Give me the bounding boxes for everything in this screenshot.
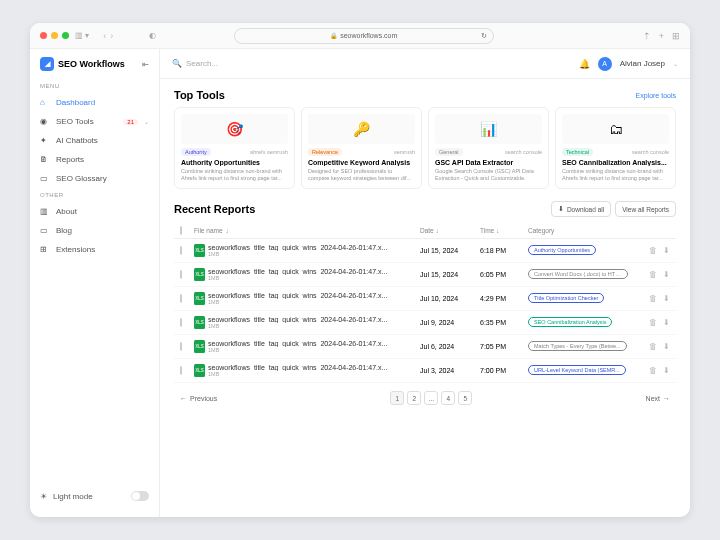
- sidebar-toggle-icon[interactable]: ▥ ▾: [75, 31, 89, 40]
- traffic-lights[interactable]: [40, 32, 69, 39]
- row-checkbox[interactable]: [180, 366, 182, 375]
- share-icon[interactable]: ⇡: [643, 31, 651, 41]
- delete-icon[interactable]: 🗑: [649, 246, 657, 255]
- tool-source: ahrefs semrush: [250, 149, 288, 155]
- tool-card[interactable]: 📊Generalsearch consoleGSC API Data Extra…: [428, 107, 549, 189]
- page-4[interactable]: 4: [441, 391, 455, 405]
- sidebar-item-reports[interactable]: 🗎Reports: [30, 150, 159, 169]
- nav-icon: ▭: [40, 226, 50, 235]
- other-label: OTHER: [30, 188, 159, 202]
- delete-icon[interactable]: 🗑: [649, 318, 657, 327]
- table-row: XLSseoworkflows_title_tag_quick_wins_202…: [174, 263, 676, 287]
- download-icon[interactable]: ⬇: [663, 366, 670, 375]
- next-button[interactable]: Next →: [646, 395, 670, 402]
- nav-icon: ⌂: [40, 98, 50, 107]
- page-2[interactable]: 2: [407, 391, 421, 405]
- collapse-icon[interactable]: ⇤: [142, 60, 149, 69]
- col-category[interactable]: Category: [528, 227, 554, 234]
- tool-source: search console: [505, 149, 542, 155]
- forward-icon[interactable]: ›: [110, 31, 113, 41]
- row-checkbox[interactable]: [180, 270, 182, 279]
- download-all-button[interactable]: ⬇ Download all: [551, 201, 611, 217]
- delete-icon[interactable]: 🗑: [649, 366, 657, 375]
- delete-icon[interactable]: 🗑: [649, 270, 657, 279]
- shield-icon[interactable]: ◐: [149, 31, 156, 40]
- user-name[interactable]: Alvian Josep: [620, 59, 665, 68]
- tabs-icon[interactable]: ⊞: [672, 31, 680, 41]
- col-time[interactable]: Time: [480, 227, 494, 234]
- page-...[interactable]: ...: [424, 391, 438, 405]
- sidebar-item-dashboard[interactable]: ⌂Dashboard: [30, 93, 159, 112]
- row-checkbox[interactable]: [180, 318, 182, 327]
- table-row: XLSseoworkflows_title_tag_quick_wins_202…: [174, 335, 676, 359]
- reports-title: Recent Reports: [174, 203, 255, 215]
- brand[interactable]: ◢ SEO Workflows ⇤: [30, 57, 159, 79]
- tool-title: Competitive Keyword Analysis: [308, 159, 415, 166]
- sidebar-item-seo-glossary[interactable]: ▭SEO Glossary: [30, 169, 159, 188]
- view-all-button[interactable]: View all Reports: [615, 201, 676, 217]
- nav-icon: 🗎: [40, 155, 50, 164]
- add-icon[interactable]: +: [659, 31, 664, 41]
- download-icon[interactable]: ⬇: [663, 342, 670, 351]
- tool-tag: Relevance: [308, 148, 342, 156]
- search-input[interactable]: 🔍Search...: [172, 59, 218, 68]
- category-pill: Convert Word Docs (.docx) to HTML: [528, 269, 628, 279]
- download-icon[interactable]: ⬇: [663, 318, 670, 327]
- search-icon: 🔍: [172, 59, 182, 68]
- bell-icon[interactable]: 🔔: [579, 59, 590, 69]
- row-checkbox[interactable]: [180, 246, 182, 255]
- avatar[interactable]: A: [598, 57, 612, 71]
- file-time: 7:05 PM: [480, 343, 528, 350]
- download-icon[interactable]: ⬇: [663, 294, 670, 303]
- sidebar-item-about[interactable]: ▥About: [30, 202, 159, 221]
- tool-desc: Combine striking distance non-brand with…: [562, 168, 669, 182]
- category-pill: URL-Level Keyword Data (SEMR...: [528, 365, 626, 375]
- explore-tools-link[interactable]: Explore tools: [636, 92, 676, 99]
- file-icon: XLS: [194, 268, 205, 281]
- toggle-switch[interactable]: [131, 491, 149, 501]
- sidebar-item-ai-chatbots[interactable]: ✦AI Chatbots: [30, 131, 159, 150]
- download-icon[interactable]: ⬇: [663, 270, 670, 279]
- chevron-down-icon[interactable]: ⌄: [673, 60, 678, 67]
- tool-image: 🎯: [181, 114, 288, 144]
- tool-title: GSC API Data Extractor: [435, 159, 542, 166]
- page-1[interactable]: 1: [390, 391, 404, 405]
- select-all-checkbox[interactable]: [180, 226, 182, 235]
- file-date: Jul 15, 2024: [420, 247, 480, 254]
- file-date: Jul 6, 2024: [420, 343, 480, 350]
- row-checkbox[interactable]: [180, 342, 182, 351]
- tool-desc: Google Search Console (GSC) API Data Ext…: [435, 168, 542, 182]
- theme-toggle[interactable]: ☀ Light mode: [30, 483, 159, 509]
- back-icon[interactable]: ‹: [103, 31, 106, 41]
- tool-card[interactable]: 🔑RelevancesemrushCompetitive Keyword Ana…: [301, 107, 422, 189]
- url-bar[interactable]: seoworkflows.com↻: [234, 28, 494, 44]
- topbar: 🔍Search... 🔔 A Alvian Josep ⌄: [160, 49, 690, 79]
- file-icon: XLS: [194, 364, 205, 377]
- nav-icon: ▥: [40, 207, 50, 216]
- file-time: 6:18 PM: [480, 247, 528, 254]
- page-5[interactable]: 5: [458, 391, 472, 405]
- file-size: 1MB: [208, 347, 420, 353]
- brand-name: SEO Workflows: [58, 59, 125, 69]
- file-icon: XLS: [194, 316, 205, 329]
- tool-desc: Combine striking distance non-brand with…: [181, 168, 288, 182]
- col-date[interactable]: Date: [420, 227, 434, 234]
- sidebar-item-extensions[interactable]: ⊞Extensions: [30, 240, 159, 259]
- nav-icon: ◉: [40, 117, 50, 126]
- sun-icon: ☀: [40, 492, 47, 501]
- theme-label: Light mode: [53, 492, 93, 501]
- sidebar-item-seo-tools[interactable]: ◉SEO Tools21⌄: [30, 112, 159, 131]
- category-pill: Match Types - Every Type (Betwe...: [528, 341, 627, 351]
- delete-icon[interactable]: 🗑: [649, 342, 657, 351]
- tool-card[interactable]: 🎯Authorityahrefs semrushAuthority Opport…: [174, 107, 295, 189]
- col-file[interactable]: File name: [194, 227, 223, 234]
- row-checkbox[interactable]: [180, 294, 182, 303]
- download-icon[interactable]: ⬇: [663, 246, 670, 255]
- prev-button[interactable]: ← Previous: [180, 395, 217, 402]
- tool-card[interactable]: 🗂Technicalsearch consoleSEO Cannibalizat…: [555, 107, 676, 189]
- file-size: 1MB: [208, 323, 420, 329]
- sidebar-item-blog[interactable]: ▭Blog: [30, 221, 159, 240]
- delete-icon[interactable]: 🗑: [649, 294, 657, 303]
- main: 🔍Search... 🔔 A Alvian Josep ⌄ Top Tools …: [160, 49, 690, 517]
- top-tools-title: Top Tools: [174, 89, 225, 101]
